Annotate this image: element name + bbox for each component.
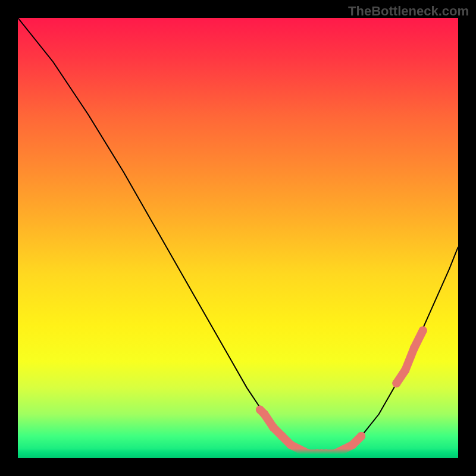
plot-area xyxy=(18,18,458,458)
svg-point-28 xyxy=(357,432,365,440)
svg-point-35 xyxy=(419,326,427,334)
curve-svg xyxy=(18,18,458,458)
highlight-markers xyxy=(256,326,427,458)
baseline-strip xyxy=(18,449,458,458)
watermark-text: TheBottleneck.com xyxy=(348,4,469,19)
bottleneck-curve xyxy=(18,18,458,454)
